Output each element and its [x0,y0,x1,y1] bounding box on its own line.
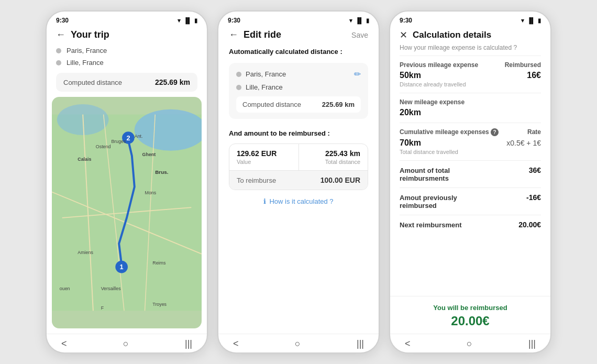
svg-text:1: 1 [120,263,124,271]
prev-mileage-main: 50km 16€ [400,71,541,80]
phone2-header-left: ← Edit ride [229,29,281,40]
route-distance-row: Computed distance 225.69 km [236,96,361,113]
next-reimb-label: Next reimbursment [400,221,461,229]
how-link-text: How is it calculated ? [269,197,333,205]
svg-text:Versailles: Versailles [101,286,121,291]
signal-icon: ▐▌ [183,17,192,24]
waypoint-dot-2 [56,60,61,65]
phone2-main: ← Edit ride Save Automatically calculate… [218,26,379,334]
svg-text:ouen: ouen [60,286,70,291]
cumul-main: 70km x0.5€ + 1€ [400,138,541,148]
reimburse-footer: You will be reimbursed 20.00€ [390,296,550,334]
waypoints-list-1: Paris, France Lille, France [47,45,207,71]
nav-menu-3[interactable]: ||| [528,338,536,349]
phone1-title: Your trip [71,29,109,40]
svg-text:Ghent: Ghent [142,152,156,157]
phone2-title: Edit ride [244,29,281,40]
phone1-header: ← Your trip [47,26,207,45]
route-wp-row-2: Lille, France [236,83,361,91]
nav-back-3[interactable]: < [405,338,411,349]
cumul-label: Cumulative mileage expenses [400,128,489,136]
cumul-rate: x0.5€ + 1€ [506,139,541,147]
svg-text:Amiens: Amiens [78,250,93,255]
footer-value: 20.00€ [400,314,541,328]
status-icons-1: ▾ ▐▌ ▮ [178,17,197,24]
wifi-icon-3: ▾ [521,17,524,24]
route-dot-1 [236,72,241,77]
phone3-header: ✕ Calculation details [390,26,550,43]
to-reimburse-label: To reimburse [237,177,276,184]
total-dist-label: Total distance [306,159,361,165]
reimburse-top: 129.62 EUR Value 225.43 km Total distanc… [229,144,368,171]
total-dist-cell: 225.43 km Total distance [298,144,368,171]
route-dot-2 [236,85,241,90]
prev-mileage-header: Previous mileage expense Reimbursed [400,61,541,69]
close-button[interactable]: ✕ [400,29,407,41]
route-waypoints: Paris, France ✏ Lille, France [236,69,361,91]
phone-2: 9:30 ▾ ▐▌ ▮ ← Edit ride Save Automatical… [217,10,380,354]
waypoint-dot-1 [56,48,61,53]
route-wp-row-1: Paris, France ✏ [236,69,361,79]
save-button[interactable]: Save [351,31,368,39]
battery-icon-3: ▮ [538,17,541,24]
cumul-value: 70km [400,138,421,148]
signal-icon-3: ▐▌ [527,17,535,24]
value-cell: 129.62 EUR Value [229,144,298,171]
value-label: Value [237,159,291,165]
wifi-icon-2: ▾ [349,17,352,24]
nav-back-1[interactable]: < [61,338,67,349]
total-reimb-label: Amount of total reimbursments [400,167,483,182]
new-mileage-value: 20km [400,108,541,117]
cumul-sub: Total distance travelled [400,149,541,155]
value-amount: 129.62 EUR [237,149,291,158]
phone-1: 9:30 ▾ ▐▌ ▮ ← Your trip Paris, France Li… [46,10,208,354]
status-icons-3: ▾ ▐▌ ▮ [521,17,541,24]
next-reimb-row: Next reimbursment 20.00€ [400,215,541,234]
phone3-title: Calculation details [413,30,491,40]
reimburse-bottom: To reimburse 100.00 EUR [229,171,368,190]
status-bar-1: 9:30 ▾ ▐▌ ▮ [47,12,207,26]
phone3-subtitle: How your mileage expense is calculated ? [390,43,550,56]
nav-home-3[interactable]: ○ [467,338,472,349]
back-button-2[interactable]: ← [229,29,238,40]
nav-menu-1[interactable]: ||| [185,338,192,349]
prev-reimb-value: -16€ [526,193,541,202]
status-bar-2: 9:30 ▾ ▐▌ ▮ [218,12,379,26]
battery-icon: ▮ [194,17,197,24]
signal-icon-2: ▐▌ [355,17,363,24]
time-1: 9:30 [56,17,69,24]
prev-sub: Distance already travelled [400,81,541,87]
total-dist-value: 225.43 km [306,149,361,158]
nav-back-2[interactable]: < [233,338,239,349]
waypoint-label-2: Lille, France [67,59,104,67]
svg-text:Reims: Reims [152,260,166,266]
phone1-main: ← Your trip Paris, France Lille, France … [47,26,207,334]
svg-text:Calais: Calais [78,157,91,162]
status-icons-2: ▾ ▐▌ ▮ [349,17,369,24]
nav-bar-3: < ○ ||| [390,334,550,352]
nav-menu-2[interactable]: ||| [357,338,364,349]
nav-bar-2: < ○ ||| [218,334,379,352]
help-icon[interactable]: ? [491,128,499,136]
back-button-1[interactable]: ← [56,29,65,40]
nav-home-2[interactable]: ○ [295,338,301,349]
svg-text:Brus.: Brus. [155,169,168,175]
distance-label-1: Computed distance [63,79,122,86]
auto-distance-label: Automatically calculated distance : [229,48,368,56]
waypoint-2: Lille, France [56,59,197,67]
edit-icon[interactable]: ✏ [354,69,361,79]
prev-mileage-col2: Reimbursed [505,61,541,69]
wifi-icon: ▾ [178,17,181,24]
svg-text:Mons: Mons [145,190,157,195]
how-link[interactable]: ℹ How is it calculated ? [229,197,368,205]
cumul-header: Cumulative mileage expenses ? Rate [400,128,541,136]
nav-bar-1: < ○ ||| [47,334,207,352]
route-wp-label-1: Paris, France [246,70,286,78]
to-reimburse-value: 100.00 EUR [320,176,360,184]
phone2-header: ← Edit ride Save [229,26,368,48]
prev-reimb-label: Amout previously reimbursed [400,194,483,209]
nav-home-1[interactable]: ○ [123,338,129,349]
prev-mileage-row: Previous mileage expense Reimbursed 50km… [400,56,541,93]
svg-text:Bruges: Bruges [111,139,126,144]
waypoint-label-1: Paris, France [67,47,107,54]
